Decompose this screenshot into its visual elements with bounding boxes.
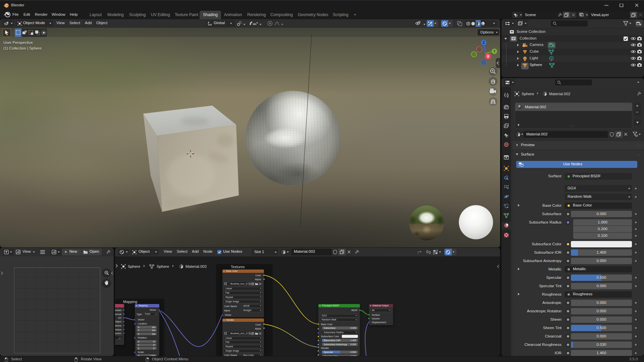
svg-text:X: X (487, 55, 489, 58)
svg-text:Z: Z (483, 41, 485, 45)
svg-text:Y: Y (493, 50, 496, 53)
